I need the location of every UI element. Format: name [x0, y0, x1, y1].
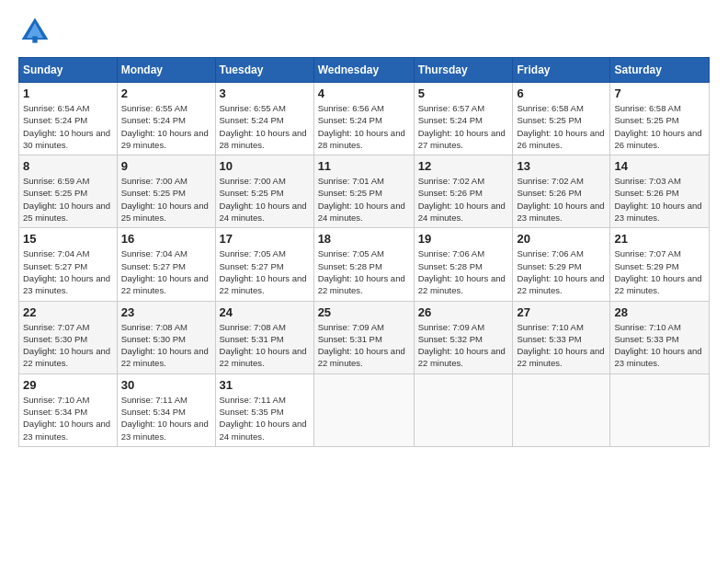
calendar-row: 8Sunrise: 6:59 AMSunset: 5:25 PMDaylight… [19, 155, 710, 228]
calendar-cell: 26Sunrise: 7:09 AMSunset: 5:32 PMDayligh… [414, 301, 513, 373]
day-number: 16 [121, 232, 211, 246]
day-number: 11 [318, 159, 410, 173]
day-info: Sunrise: 6:54 AMSunset: 5:24 PMDaylight:… [23, 102, 113, 151]
calendar-cell: 14Sunrise: 7:03 AMSunset: 5:26 PMDayligh… [610, 155, 710, 228]
day-number: 5 [418, 86, 509, 100]
calendar-cell: 7Sunrise: 6:58 AMSunset: 5:25 PMDaylight… [610, 83, 710, 155]
calendar-row: 1Sunrise: 6:54 AMSunset: 5:24 PMDaylight… [19, 83, 710, 155]
day-info: Sunrise: 7:10 AMSunset: 5:33 PMDaylight:… [614, 321, 705, 370]
day-info: Sunrise: 7:07 AMSunset: 5:29 PMDaylight:… [614, 247, 705, 296]
svg-rect-2 [32, 36, 37, 42]
day-number: 18 [318, 232, 410, 246]
day-info: Sunrise: 6:58 AMSunset: 5:25 PMDaylight:… [614, 102, 705, 151]
day-info: Sunrise: 7:10 AMSunset: 5:34 PMDaylight:… [23, 394, 113, 442]
calendar-cell: 2Sunrise: 6:55 AMSunset: 5:24 PMDaylight… [117, 83, 215, 155]
day-info: Sunrise: 6:57 AMSunset: 5:24 PMDaylight:… [418, 102, 509, 151]
day-number: 15 [23, 232, 113, 246]
day-info: Sunrise: 7:02 AMSunset: 5:26 PMDaylight:… [517, 175, 606, 224]
day-number: 17 [220, 232, 310, 246]
day-number: 1 [23, 86, 113, 100]
logo [18, 15, 57, 48]
col-thursday: Thursday [414, 58, 513, 83]
calendar-cell: 21Sunrise: 7:07 AMSunset: 5:29 PMDayligh… [610, 228, 710, 301]
calendar-row: 22Sunrise: 7:07 AMSunset: 5:30 PMDayligh… [19, 301, 710, 373]
day-info: Sunrise: 7:04 AMSunset: 5:27 PMDaylight:… [23, 247, 113, 296]
col-friday: Friday [513, 58, 610, 83]
header-row: Sunday Monday Tuesday Wednesday Thursday… [19, 58, 710, 83]
day-info: Sunrise: 6:56 AMSunset: 5:24 PMDaylight:… [318, 102, 410, 151]
day-number: 21 [614, 232, 705, 246]
day-number: 7 [614, 86, 705, 100]
day-info: Sunrise: 6:58 AMSunset: 5:25 PMDaylight:… [517, 102, 606, 151]
day-number: 26 [418, 305, 509, 319]
calendar-cell: 6Sunrise: 6:58 AMSunset: 5:25 PMDaylight… [513, 83, 610, 155]
calendar-cell [313, 373, 414, 446]
col-tuesday: Tuesday [215, 58, 313, 83]
col-sunday: Sunday [19, 58, 118, 83]
calendar-cell: 13Sunrise: 7:02 AMSunset: 5:26 PMDayligh… [513, 155, 610, 228]
day-info: Sunrise: 7:03 AMSunset: 5:26 PMDaylight:… [614, 175, 705, 224]
day-info: Sunrise: 7:09 AMSunset: 5:31 PMDaylight:… [318, 321, 410, 370]
calendar-cell: 27Sunrise: 7:10 AMSunset: 5:33 PMDayligh… [513, 301, 610, 373]
day-info: Sunrise: 7:04 AMSunset: 5:27 PMDaylight:… [121, 247, 211, 296]
day-number: 24 [220, 305, 310, 319]
day-info: Sunrise: 7:11 AMSunset: 5:35 PMDaylight:… [220, 394, 310, 442]
day-info: Sunrise: 7:01 AMSunset: 5:25 PMDaylight:… [318, 175, 410, 224]
col-wednesday: Wednesday [313, 58, 414, 83]
day-number: 22 [23, 305, 113, 319]
calendar-cell: 31Sunrise: 7:11 AMSunset: 5:35 PMDayligh… [215, 373, 313, 446]
day-info: Sunrise: 7:00 AMSunset: 5:25 PMDaylight:… [121, 175, 211, 224]
day-number: 2 [121, 86, 211, 100]
col-monday: Monday [117, 58, 215, 83]
day-info: Sunrise: 7:08 AMSunset: 5:31 PMDaylight:… [220, 321, 310, 370]
calendar-table: Sunday Monday Tuesday Wednesday Thursday… [18, 57, 710, 447]
calendar-cell: 9Sunrise: 7:00 AMSunset: 5:25 PMDaylight… [117, 155, 215, 228]
logo-icon [18, 15, 51, 48]
day-info: Sunrise: 6:55 AMSunset: 5:24 PMDaylight:… [220, 102, 310, 151]
calendar-cell: 16Sunrise: 7:04 AMSunset: 5:27 PMDayligh… [117, 228, 215, 301]
day-info: Sunrise: 7:05 AMSunset: 5:27 PMDaylight:… [220, 247, 310, 296]
calendar-cell: 1Sunrise: 6:54 AMSunset: 5:24 PMDaylight… [19, 83, 118, 155]
day-info: Sunrise: 7:11 AMSunset: 5:34 PMDaylight:… [121, 394, 211, 442]
calendar-cell: 20Sunrise: 7:06 AMSunset: 5:29 PMDayligh… [513, 228, 610, 301]
day-number: 29 [23, 378, 113, 392]
day-number: 25 [318, 305, 410, 319]
calendar-cell: 22Sunrise: 7:07 AMSunset: 5:30 PMDayligh… [19, 301, 118, 373]
calendar-body: 1Sunrise: 6:54 AMSunset: 5:24 PMDaylight… [19, 83, 710, 447]
day-number: 8 [23, 159, 113, 173]
day-info: Sunrise: 6:59 AMSunset: 5:25 PMDaylight:… [23, 175, 113, 224]
calendar-cell: 15Sunrise: 7:04 AMSunset: 5:27 PMDayligh… [19, 228, 118, 301]
calendar-cell: 11Sunrise: 7:01 AMSunset: 5:25 PMDayligh… [313, 155, 414, 228]
day-info: Sunrise: 7:08 AMSunset: 5:30 PMDaylight:… [121, 321, 211, 370]
day-info: Sunrise: 7:00 AMSunset: 5:25 PMDaylight:… [220, 175, 310, 224]
day-number: 4 [318, 86, 410, 100]
day-number: 27 [517, 305, 606, 319]
calendar-cell: 28Sunrise: 7:10 AMSunset: 5:33 PMDayligh… [610, 301, 710, 373]
header [18, 15, 710, 48]
day-number: 20 [517, 232, 606, 246]
calendar-cell: 5Sunrise: 6:57 AMSunset: 5:24 PMDaylight… [414, 83, 513, 155]
day-info: Sunrise: 7:09 AMSunset: 5:32 PMDaylight:… [418, 321, 509, 370]
day-number: 10 [220, 159, 310, 173]
day-number: 30 [121, 378, 211, 392]
day-number: 14 [614, 159, 705, 173]
day-number: 3 [220, 86, 310, 100]
day-info: Sunrise: 7:06 AMSunset: 5:28 PMDaylight:… [418, 247, 509, 296]
day-number: 6 [517, 86, 606, 100]
calendar-cell: 3Sunrise: 6:55 AMSunset: 5:24 PMDaylight… [215, 83, 313, 155]
day-number: 28 [614, 305, 705, 319]
calendar-cell [414, 373, 513, 446]
calendar-cell: 12Sunrise: 7:02 AMSunset: 5:26 PMDayligh… [414, 155, 513, 228]
calendar-cell: 24Sunrise: 7:08 AMSunset: 5:31 PMDayligh… [215, 301, 313, 373]
day-number: 9 [121, 159, 211, 173]
day-number: 31 [220, 378, 310, 392]
calendar-cell: 19Sunrise: 7:06 AMSunset: 5:28 PMDayligh… [414, 228, 513, 301]
calendar-cell: 10Sunrise: 7:00 AMSunset: 5:25 PMDayligh… [215, 155, 313, 228]
calendar-cell: 8Sunrise: 6:59 AMSunset: 5:25 PMDaylight… [19, 155, 118, 228]
calendar-cell: 23Sunrise: 7:08 AMSunset: 5:30 PMDayligh… [117, 301, 215, 373]
day-info: Sunrise: 7:07 AMSunset: 5:30 PMDaylight:… [23, 321, 113, 370]
calendar-cell: 18Sunrise: 7:05 AMSunset: 5:28 PMDayligh… [313, 228, 414, 301]
day-info: Sunrise: 7:06 AMSunset: 5:29 PMDaylight:… [517, 247, 606, 296]
day-number: 13 [517, 159, 606, 173]
calendar-cell: 4Sunrise: 6:56 AMSunset: 5:24 PMDaylight… [313, 83, 414, 155]
